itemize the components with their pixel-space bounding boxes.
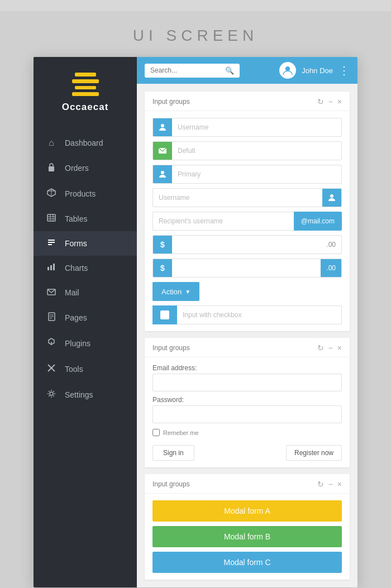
card-header-2: Input groups ↻ − ×: [145, 338, 350, 357]
card-refresh-btn[interactable]: ↻: [317, 97, 324, 106]
card-title-2: Input groups: [152, 344, 190, 352]
card-controls-3: ↻ − ×: [317, 480, 342, 489]
more-options-icon[interactable]: ⋮: [338, 65, 350, 76]
register-button[interactable]: Register now: [286, 445, 342, 461]
card-body-2: Email address: Password: Remeber me: [145, 357, 350, 467]
card-controls-1: ↻ − ×: [317, 97, 342, 106]
card-input-groups-1: Input groups ↻ − ×: [145, 92, 350, 331]
login-buttons: Sign in Register now: [152, 445, 342, 461]
card-body-1: @mail.com $ .00 $ .00: [145, 111, 350, 331]
primary-input-group: [152, 165, 342, 184]
sidebar-item-dashboard[interactable]: ⌂ Dashboard: [34, 131, 137, 155]
card-header-3: Input groups ↻ − ×: [145, 474, 350, 494]
action-button[interactable]: Action ▼: [152, 282, 199, 301]
sidebar-item-settings[interactable]: Settings: [34, 382, 137, 408]
sidebar-label-plugins: Plugins: [65, 339, 90, 348]
card2-refresh-btn[interactable]: ↻: [317, 343, 324, 352]
svg-point-22: [161, 124, 164, 127]
card-body-3: Modal form A Modal form B Modal form C: [145, 494, 350, 580]
svg-rect-4: [47, 214, 55, 221]
sidebar-item-mail[interactable]: Mail: [34, 280, 137, 305]
modal-form-a-button[interactable]: Modal form A: [152, 500, 342, 522]
primary-addon-icon: [153, 165, 172, 183]
card-login: Input groups ↻ − × Email address:: [145, 338, 350, 467]
page-wrapper: UI SCREEN Occaecat ⌂ Dashboard: [0, 11, 391, 588]
svg-point-25: [330, 194, 333, 198]
charts-icon: [46, 263, 57, 273]
search-box[interactable]: 🔍: [145, 64, 240, 78]
tools-icon: [46, 364, 57, 375]
sidebar-label-settings: Settings: [65, 390, 93, 399]
sidebar-item-plugins[interactable]: Plugins: [34, 331, 137, 356]
sidebar-item-products[interactable]: Products: [34, 181, 137, 207]
card-close-btn[interactable]: ×: [337, 97, 342, 106]
user-right-addon: [322, 189, 341, 207]
card-minimize-btn[interactable]: −: [328, 97, 333, 106]
amount2-row: $ .00: [152, 259, 342, 278]
email-label: Email address:: [152, 364, 342, 372]
action-row: Action ▼: [152, 282, 342, 301]
sidebar-logo: Occaecat: [34, 57, 137, 125]
amount1-row: $ .00: [152, 235, 342, 254]
card3-minimize-btn[interactable]: −: [328, 480, 333, 489]
signin-button[interactable]: Sign in: [152, 445, 194, 461]
password-label-group: Password:: [152, 396, 342, 423]
svg-rect-9: [47, 267, 49, 270]
topbar: 🔍 John Doe ⋮: [137, 57, 357, 84]
username-input-group: [152, 118, 342, 137]
logo-bar-1: [75, 73, 96, 77]
svg-rect-11: [53, 264, 55, 270]
checkbox-row: Input with checkbox: [152, 305, 342, 324]
amount1-field[interactable]: [172, 236, 321, 254]
card3-close-btn[interactable]: ×: [337, 480, 342, 489]
card-title-3: Input groups: [152, 480, 190, 488]
plugins-icon: [46, 338, 57, 349]
email-field[interactable]: [172, 142, 341, 160]
modal-form-c-button[interactable]: Modal form C: [152, 552, 342, 573]
forms-icon: [46, 238, 57, 248]
topbar-right: John Doe ⋮: [279, 62, 350, 79]
email-suffix: @mail.com: [294, 212, 342, 231]
sidebar-label-mail: Mail: [65, 288, 79, 297]
sidebar-item-tables[interactable]: Tables: [34, 207, 137, 231]
card2-minimize-btn[interactable]: −: [328, 343, 333, 352]
sidebar-item-tools[interactable]: Tools: [34, 356, 137, 382]
username-field[interactable]: [172, 118, 341, 136]
modal-form-b-button[interactable]: Modal form B: [152, 526, 342, 547]
email-addon-icon: [153, 142, 172, 160]
checkbox-box[interactable]: [160, 310, 169, 319]
remember-checkbox[interactable]: [152, 429, 160, 436]
remember-label: Remeber me: [163, 429, 199, 436]
search-input[interactable]: [150, 66, 222, 74]
card-controls-2: ↻ − ×: [317, 343, 342, 352]
logo-bar-4: [72, 92, 99, 96]
action-label: Action: [161, 288, 182, 296]
sidebar-label-tools: Tools: [65, 365, 83, 374]
password-field[interactable]: [152, 405, 342, 423]
lock-icon: [46, 162, 57, 174]
user-avatar: [279, 62, 296, 79]
sidebar-item-orders[interactable]: Orders: [34, 155, 137, 181]
password-label: Password:: [152, 396, 342, 404]
page-title: UI SCREEN: [133, 27, 258, 45]
sidebar-item-charts[interactable]: Charts: [34, 256, 137, 280]
username-right-group: [152, 188, 342, 207]
search-icon: 🔍: [225, 66, 234, 75]
svg-point-20: [50, 392, 53, 395]
recipient-field[interactable]: [152, 212, 294, 231]
dollar-icon-1: $: [153, 236, 172, 254]
card2-close-btn[interactable]: ×: [337, 343, 342, 352]
email-input-group: [152, 141, 342, 160]
table-icon: [46, 214, 57, 224]
amount1-suffix: .00: [321, 241, 341, 248]
sidebar-item-pages[interactable]: Pages: [34, 305, 137, 331]
card3-refresh-btn[interactable]: ↻: [317, 480, 324, 489]
main-content: 🔍 John Doe ⋮ Input groups: [137, 57, 357, 587]
sidebar-item-forms[interactable]: Forms: [34, 231, 137, 256]
username-right-field[interactable]: [153, 189, 322, 207]
login-email-field[interactable]: [152, 374, 342, 391]
primary-field[interactable]: [172, 165, 341, 183]
sidebar-label-dashboard: Dashboard: [65, 138, 103, 147]
svg-rect-10: [50, 265, 52, 270]
amount2-field[interactable]: [172, 259, 321, 277]
